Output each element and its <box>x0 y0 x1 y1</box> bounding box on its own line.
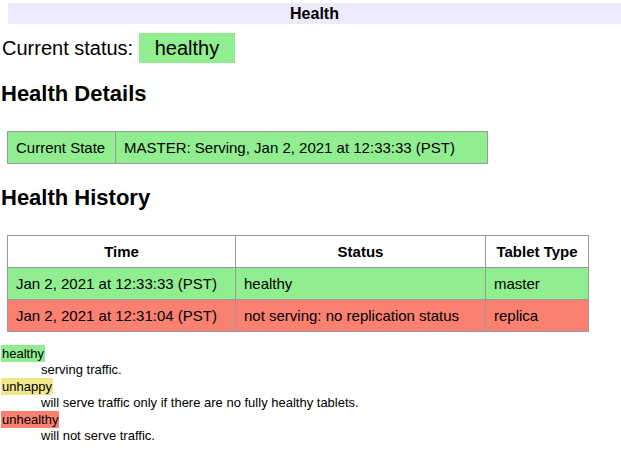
legend-term-unhappy: unhappy <box>1 378 53 395</box>
column-header-time: Time <box>8 236 236 268</box>
page-title: Health <box>290 5 339 22</box>
column-header-status: Status <box>236 236 486 268</box>
legend-term: healthy <box>1 346 621 361</box>
legend-term-healthy: healthy <box>1 345 45 362</box>
column-header-tablet-type: Tablet Type <box>486 236 589 268</box>
status-legend: healthy serving traffic. unhappy will se… <box>1 346 621 443</box>
health-history-heading: Health History <box>1 185 621 211</box>
history-tablet-type-cell: replica <box>486 300 589 332</box>
page-header: Health <box>8 3 621 24</box>
legend-description: serving traffic. <box>41 362 621 377</box>
current-status-line: Current status: healthy <box>2 37 621 60</box>
history-header-row: Time Status Tablet Type <box>8 236 589 268</box>
history-status-cell: healthy <box>236 268 486 300</box>
current-state-value-cell: MASTER: Serving, Jan 2, 2021 at 12:33:33… <box>116 132 488 164</box>
legend-term-unhealthy: unhealthy <box>1 411 59 428</box>
health-details-table: Current State MASTER: Serving, Jan 2, 20… <box>7 131 488 164</box>
current-state-label-cell: Current State <box>8 132 116 164</box>
health-status-page: Health Current status: healthy Health De… <box>0 0 621 452</box>
history-status-cell: not serving: no replication status <box>236 300 486 332</box>
legend-description: will not serve traffic. <box>41 428 621 443</box>
legend-description: will serve traffic only if there are no … <box>41 395 621 410</box>
history-time-cell: Jan 2, 2021 at 12:31:04 (PST) <box>8 300 236 332</box>
history-time-cell: Jan 2, 2021 at 12:33:33 (PST) <box>8 268 236 300</box>
health-details-heading: Health Details <box>1 81 621 107</box>
health-history-table: Time Status Tablet Type Jan 2, 2021 at 1… <box>7 235 589 332</box>
current-state-row: Current State MASTER: Serving, Jan 2, 20… <box>8 132 488 164</box>
legend-term: unhappy <box>1 379 621 394</box>
history-row: Jan 2, 2021 at 12:31:04 (PST) not servin… <box>8 300 589 332</box>
legend-term: unhealthy <box>1 412 621 427</box>
history-tablet-type-cell: master <box>486 268 589 300</box>
current-status-label: Current status: <box>2 37 133 59</box>
current-status-badge: healthy <box>139 33 236 63</box>
history-row: Jan 2, 2021 at 12:33:33 (PST) healthy ma… <box>8 268 589 300</box>
